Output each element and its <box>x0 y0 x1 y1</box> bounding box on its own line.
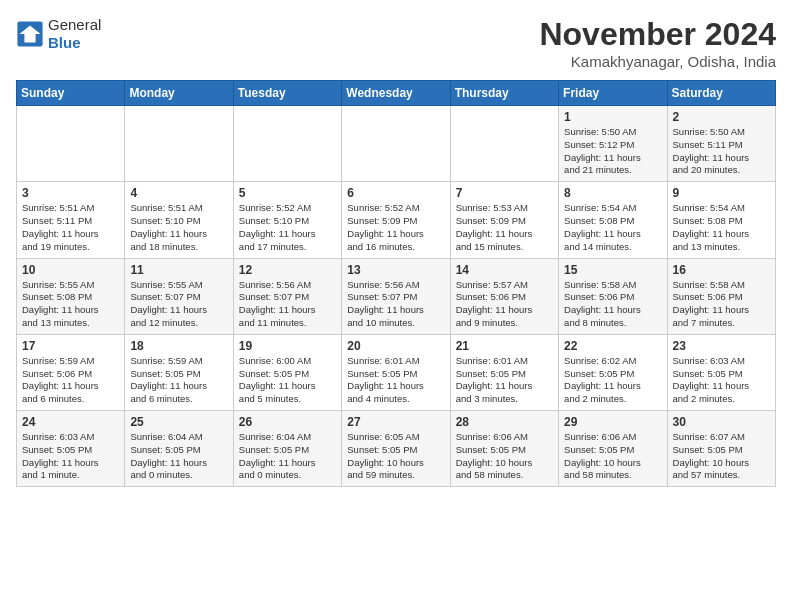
day-number: 27 <box>347 415 444 429</box>
cell-info: Sunrise: 6:03 AM Sunset: 5:05 PM Dayligh… <box>22 431 119 482</box>
day-header-monday: Monday <box>125 81 233 106</box>
cell-info: Sunrise: 5:58 AM Sunset: 5:06 PM Dayligh… <box>673 279 770 330</box>
calendar-cell: 10Sunrise: 5:55 AM Sunset: 5:08 PM Dayli… <box>17 258 125 334</box>
calendar-cell: 13Sunrise: 5:56 AM Sunset: 5:07 PM Dayli… <box>342 258 450 334</box>
calendar-cell: 15Sunrise: 5:58 AM Sunset: 5:06 PM Dayli… <box>559 258 667 334</box>
calendar-header-row: SundayMondayTuesdayWednesdayThursdayFrid… <box>17 81 776 106</box>
logo-blue: Blue <box>48 34 101 52</box>
day-number: 6 <box>347 186 444 200</box>
logo: General Blue <box>16 16 101 52</box>
calendar-cell <box>17 106 125 182</box>
calendar-cell: 30Sunrise: 6:07 AM Sunset: 5:05 PM Dayli… <box>667 411 775 487</box>
cell-info: Sunrise: 5:59 AM Sunset: 5:06 PM Dayligh… <box>22 355 119 406</box>
day-number: 14 <box>456 263 553 277</box>
calendar-cell: 27Sunrise: 6:05 AM Sunset: 5:05 PM Dayli… <box>342 411 450 487</box>
cell-info: Sunrise: 6:04 AM Sunset: 5:05 PM Dayligh… <box>239 431 336 482</box>
day-number: 24 <box>22 415 119 429</box>
day-number: 12 <box>239 263 336 277</box>
calendar-cell: 19Sunrise: 6:00 AM Sunset: 5:05 PM Dayli… <box>233 334 341 410</box>
cell-info: Sunrise: 5:54 AM Sunset: 5:08 PM Dayligh… <box>673 202 770 253</box>
day-number: 9 <box>673 186 770 200</box>
cell-info: Sunrise: 5:55 AM Sunset: 5:08 PM Dayligh… <box>22 279 119 330</box>
day-header-tuesday: Tuesday <box>233 81 341 106</box>
calendar-cell: 7Sunrise: 5:53 AM Sunset: 5:09 PM Daylig… <box>450 182 558 258</box>
calendar-table: SundayMondayTuesdayWednesdayThursdayFrid… <box>16 80 776 487</box>
day-number: 23 <box>673 339 770 353</box>
cell-info: Sunrise: 6:06 AM Sunset: 5:05 PM Dayligh… <box>456 431 553 482</box>
page-header: General Blue November 2024 Kamakhyanagar… <box>16 16 776 70</box>
day-number: 28 <box>456 415 553 429</box>
day-number: 30 <box>673 415 770 429</box>
calendar-cell: 22Sunrise: 6:02 AM Sunset: 5:05 PM Dayli… <box>559 334 667 410</box>
day-header-saturday: Saturday <box>667 81 775 106</box>
location: Kamakhyanagar, Odisha, India <box>539 53 776 70</box>
cell-info: Sunrise: 5:53 AM Sunset: 5:09 PM Dayligh… <box>456 202 553 253</box>
day-number: 29 <box>564 415 661 429</box>
logo-general: General <box>48 16 101 34</box>
day-number: 10 <box>22 263 119 277</box>
calendar-cell: 12Sunrise: 5:56 AM Sunset: 5:07 PM Dayli… <box>233 258 341 334</box>
calendar-cell: 28Sunrise: 6:06 AM Sunset: 5:05 PM Dayli… <box>450 411 558 487</box>
cell-info: Sunrise: 6:01 AM Sunset: 5:05 PM Dayligh… <box>456 355 553 406</box>
day-number: 22 <box>564 339 661 353</box>
day-header-thursday: Thursday <box>450 81 558 106</box>
day-number: 1 <box>564 110 661 124</box>
cell-info: Sunrise: 6:01 AM Sunset: 5:05 PM Dayligh… <box>347 355 444 406</box>
calendar-cell: 29Sunrise: 6:06 AM Sunset: 5:05 PM Dayli… <box>559 411 667 487</box>
day-header-sunday: Sunday <box>17 81 125 106</box>
calendar-cell: 6Sunrise: 5:52 AM Sunset: 5:09 PM Daylig… <box>342 182 450 258</box>
calendar-week-row: 24Sunrise: 6:03 AM Sunset: 5:05 PM Dayli… <box>17 411 776 487</box>
day-header-friday: Friday <box>559 81 667 106</box>
calendar-cell: 4Sunrise: 5:51 AM Sunset: 5:10 PM Daylig… <box>125 182 233 258</box>
cell-info: Sunrise: 5:51 AM Sunset: 5:10 PM Dayligh… <box>130 202 227 253</box>
day-number: 18 <box>130 339 227 353</box>
cell-info: Sunrise: 5:50 AM Sunset: 5:11 PM Dayligh… <box>673 126 770 177</box>
day-number: 15 <box>564 263 661 277</box>
calendar-cell: 2Sunrise: 5:50 AM Sunset: 5:11 PM Daylig… <box>667 106 775 182</box>
cell-info: Sunrise: 5:54 AM Sunset: 5:08 PM Dayligh… <box>564 202 661 253</box>
day-number: 19 <box>239 339 336 353</box>
day-number: 13 <box>347 263 444 277</box>
calendar-cell <box>233 106 341 182</box>
calendar-cell: 21Sunrise: 6:01 AM Sunset: 5:05 PM Dayli… <box>450 334 558 410</box>
calendar-week-row: 1Sunrise: 5:50 AM Sunset: 5:12 PM Daylig… <box>17 106 776 182</box>
calendar-cell: 11Sunrise: 5:55 AM Sunset: 5:07 PM Dayli… <box>125 258 233 334</box>
calendar-cell: 20Sunrise: 6:01 AM Sunset: 5:05 PM Dayli… <box>342 334 450 410</box>
calendar-cell: 26Sunrise: 6:04 AM Sunset: 5:05 PM Dayli… <box>233 411 341 487</box>
calendar-cell: 8Sunrise: 5:54 AM Sunset: 5:08 PM Daylig… <box>559 182 667 258</box>
day-number: 5 <box>239 186 336 200</box>
cell-info: Sunrise: 5:50 AM Sunset: 5:12 PM Dayligh… <box>564 126 661 177</box>
calendar-cell: 25Sunrise: 6:04 AM Sunset: 5:05 PM Dayli… <box>125 411 233 487</box>
calendar-week-row: 17Sunrise: 5:59 AM Sunset: 5:06 PM Dayli… <box>17 334 776 410</box>
calendar-cell: 5Sunrise: 5:52 AM Sunset: 5:10 PM Daylig… <box>233 182 341 258</box>
day-number: 26 <box>239 415 336 429</box>
calendar-cell: 3Sunrise: 5:51 AM Sunset: 5:11 PM Daylig… <box>17 182 125 258</box>
calendar-cell <box>450 106 558 182</box>
cell-info: Sunrise: 6:02 AM Sunset: 5:05 PM Dayligh… <box>564 355 661 406</box>
title-block: November 2024 Kamakhyanagar, Odisha, Ind… <box>539 16 776 70</box>
day-number: 21 <box>456 339 553 353</box>
calendar-week-row: 10Sunrise: 5:55 AM Sunset: 5:08 PM Dayli… <box>17 258 776 334</box>
day-number: 25 <box>130 415 227 429</box>
cell-info: Sunrise: 6:04 AM Sunset: 5:05 PM Dayligh… <box>130 431 227 482</box>
calendar-cell: 24Sunrise: 6:03 AM Sunset: 5:05 PM Dayli… <box>17 411 125 487</box>
day-number: 16 <box>673 263 770 277</box>
cell-info: Sunrise: 6:00 AM Sunset: 5:05 PM Dayligh… <box>239 355 336 406</box>
day-number: 17 <box>22 339 119 353</box>
cell-info: Sunrise: 5:55 AM Sunset: 5:07 PM Dayligh… <box>130 279 227 330</box>
cell-info: Sunrise: 5:52 AM Sunset: 5:09 PM Dayligh… <box>347 202 444 253</box>
day-header-wednesday: Wednesday <box>342 81 450 106</box>
cell-info: Sunrise: 6:07 AM Sunset: 5:05 PM Dayligh… <box>673 431 770 482</box>
calendar-cell <box>125 106 233 182</box>
cell-info: Sunrise: 5:58 AM Sunset: 5:06 PM Dayligh… <box>564 279 661 330</box>
calendar-cell: 14Sunrise: 5:57 AM Sunset: 5:06 PM Dayli… <box>450 258 558 334</box>
cell-info: Sunrise: 5:59 AM Sunset: 5:05 PM Dayligh… <box>130 355 227 406</box>
logo-icon <box>16 20 44 48</box>
cell-info: Sunrise: 5:56 AM Sunset: 5:07 PM Dayligh… <box>239 279 336 330</box>
day-number: 2 <box>673 110 770 124</box>
cell-info: Sunrise: 6:03 AM Sunset: 5:05 PM Dayligh… <box>673 355 770 406</box>
day-number: 8 <box>564 186 661 200</box>
calendar-cell: 18Sunrise: 5:59 AM Sunset: 5:05 PM Dayli… <box>125 334 233 410</box>
day-number: 11 <box>130 263 227 277</box>
cell-info: Sunrise: 6:05 AM Sunset: 5:05 PM Dayligh… <box>347 431 444 482</box>
